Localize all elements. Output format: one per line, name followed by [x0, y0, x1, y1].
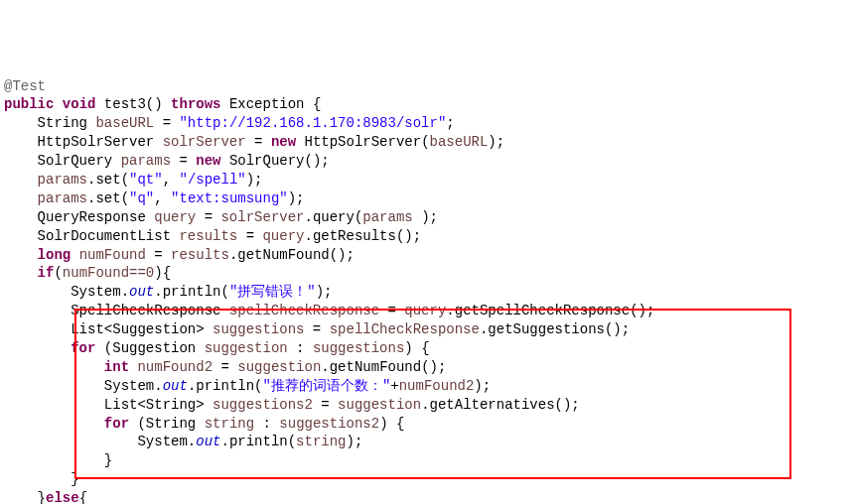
- mth-set-1: set: [95, 172, 120, 188]
- cond-numfound: numFound==0: [63, 265, 154, 281]
- var-string: string: [205, 416, 254, 432]
- arg-string: string: [296, 434, 346, 449]
- type-suggestion: Suggestion: [112, 340, 196, 356]
- out-1: out: [129, 284, 154, 300]
- var-results: results: [179, 228, 237, 244]
- type-httpsolrserver: HttpSolrServer: [38, 134, 155, 150]
- println-3: println: [229, 434, 288, 449]
- var-params: params: [121, 153, 171, 169]
- obj-suggestion-1: suggestion: [237, 359, 321, 375]
- kw-for-2: for: [104, 416, 129, 432]
- kw-new-2: new: [196, 153, 220, 169]
- kw-void: void: [63, 96, 96, 112]
- var-numfound2-use: numFound2: [399, 378, 475, 394]
- mth-getresults: getResults: [313, 228, 396, 244]
- var-spellcheckresponse: spellCheckResponse: [229, 303, 379, 318]
- kw-throws: throws: [171, 96, 220, 112]
- kw-public: public: [4, 96, 54, 112]
- str-sumsung: "text:sumsung": [171, 190, 288, 206]
- out-2: out: [163, 378, 188, 394]
- kw-new: new: [271, 134, 296, 150]
- kw-else: else: [46, 490, 79, 504]
- obj-params-2: params: [38, 190, 87, 206]
- obj-spellcheckresponse: spellCheckResponse: [330, 321, 480, 337]
- var-suggestions: suggestions: [213, 321, 304, 337]
- obj-query-2: query: [404, 303, 446, 318]
- arg-baseurl: baseURL: [430, 134, 489, 150]
- var-query: query: [154, 209, 196, 225]
- coll-suggestions2: suggestions2: [279, 416, 379, 432]
- type-solrdocumentlist: SolrDocumentList: [38, 228, 171, 244]
- mth-set-2: set: [95, 190, 120, 206]
- system-1: System: [71, 284, 120, 300]
- println-2: println: [196, 378, 254, 394]
- ctor-solrquery: SolrQuery: [229, 153, 305, 169]
- obj-solrserver: solrServer: [220, 209, 304, 225]
- kw-if: if: [38, 265, 55, 281]
- str-spellerror: "拼写错误！": [229, 284, 316, 300]
- obj-suggestion-2: suggestion: [338, 397, 421, 413]
- kw-for-1: for: [71, 340, 95, 356]
- out-3: out: [196, 434, 220, 449]
- var-numfound: numFound: [79, 247, 146, 263]
- var-numfound2: numFound2: [137, 359, 213, 375]
- mth-getalternatives: getAlternatives: [430, 397, 555, 413]
- var-suggestions2: suggestions2: [213, 397, 313, 413]
- exception-type: Exception: [229, 96, 305, 112]
- str-recommend-count: "推荐的词语个数：": [263, 378, 391, 394]
- var-solrserver: solrServer: [163, 134, 246, 150]
- annotation: @Test: [4, 78, 46, 94]
- mth-getnumfound-2: getNumFound: [330, 359, 421, 375]
- type-solrquery: SolrQuery: [38, 153, 113, 169]
- obj-params-1: params: [38, 172, 87, 188]
- arg-params: params: [362, 209, 412, 225]
- coll-suggestions: suggestions: [313, 340, 404, 356]
- str-baseurl: "http://192.168.1.170:8983/solr": [179, 115, 446, 131]
- kw-int: int: [104, 359, 129, 375]
- type-list-suggestion: List<Suggestion>: [71, 321, 204, 337]
- type-list-string: List<String>: [104, 397, 205, 413]
- str-spell: "/spell": [179, 172, 245, 188]
- ctor-httpsolrserver: HttpSolrServer: [305, 134, 422, 150]
- method-name: test3: [104, 96, 146, 112]
- var-suggestion: suggestion: [205, 340, 288, 356]
- str-q: "q": [129, 190, 154, 206]
- type-spellcheckresponse: SpellCheckResponse: [71, 303, 220, 318]
- plus: +: [390, 378, 398, 394]
- obj-query-1: query: [262, 228, 304, 244]
- type-queryresponse: QueryResponse: [38, 209, 146, 225]
- type-string: String: [38, 115, 87, 131]
- mth-query: query: [313, 209, 355, 225]
- type-string-2: String: [146, 416, 196, 432]
- system-3: System: [137, 434, 187, 449]
- kw-long: long: [38, 247, 71, 263]
- var-baseurl: baseURL: [95, 115, 154, 131]
- mth-getspellcheckresponse: getSpellCheckResponse: [455, 303, 630, 318]
- println-1: println: [163, 284, 221, 300]
- str-qt: "qt": [129, 172, 163, 188]
- system-2: System: [104, 378, 154, 394]
- mth-getnumfound: getNumFound: [237, 247, 329, 263]
- mth-getsuggestions: getSuggestions: [488, 321, 605, 337]
- code-block: @Test public void test3() throws Excepti…: [4, 78, 654, 504]
- obj-results: results: [171, 247, 229, 263]
